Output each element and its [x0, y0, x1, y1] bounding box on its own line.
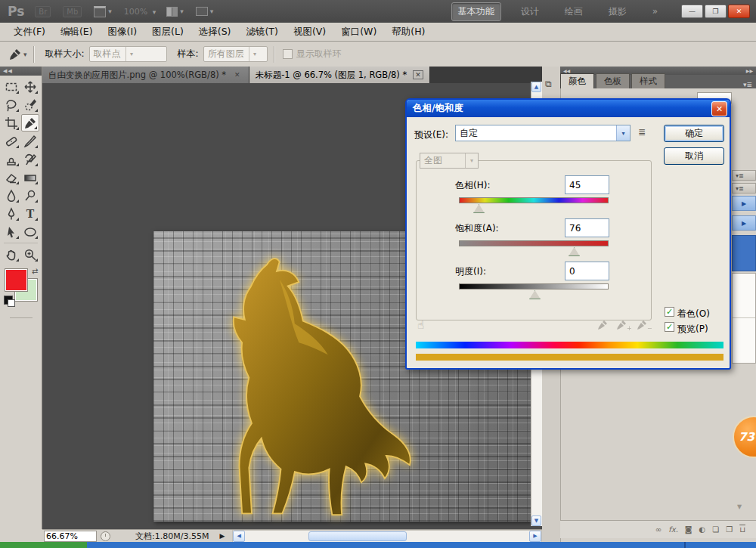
delete-layer-icon[interactable]: ⊔: [739, 526, 745, 534]
minimize-button[interactable]: —: [681, 5, 703, 18]
scroll-right-icon[interactable]: ▶: [529, 531, 541, 542]
saturation-slider[interactable]: [459, 240, 609, 246]
zoom-level-box[interactable]: 100% ▾: [124, 7, 156, 17]
brush-tool-icon[interactable]: [21, 132, 39, 150]
bridge-icon[interactable]: Br: [35, 6, 51, 17]
preview-checkbox[interactable]: ✓: [665, 322, 674, 332]
panel-expand-button[interactable]: ▶: [732, 215, 756, 231]
colorize-checkbox[interactable]: ✓: [665, 307, 674, 317]
swap-colors-icon[interactable]: ⇄: [32, 267, 38, 275]
history-brush-tool-icon[interactable]: [21, 150, 39, 168]
dialog-title-bar[interactable]: 色相/饱和度 ✕: [407, 100, 730, 117]
pen-tool-icon[interactable]: [2, 205, 20, 222]
menu-image[interactable]: 图像(I): [101, 23, 144, 41]
channel-select[interactable]: 全图 ▾: [420, 153, 479, 169]
tab-swatches[interactable]: 色板: [596, 73, 630, 88]
document-tab-1[interactable]: 自由变换的应用图片.png @ 100%(RGB/8) * ✕: [42, 67, 249, 83]
zoom-tool-icon[interactable]: [21, 246, 39, 263]
scroll-up-icon[interactable]: ▲: [531, 82, 541, 92]
panel-expand-button[interactable]: ▶: [732, 196, 756, 211]
quick-selection-tool-icon[interactable]: [21, 96, 39, 113]
menu-filter[interactable]: 滤镜(T): [238, 23, 285, 41]
ok-button[interactable]: 确定: [664, 125, 724, 142]
workspace-painting-button[interactable]: 绘画: [559, 3, 589, 20]
hand-tool-icon[interactable]: [2, 246, 20, 263]
status-expand-icon[interactable]: ▶: [219, 532, 225, 540]
dialog-close-button[interactable]: ✕: [711, 101, 727, 116]
menu-layer[interactable]: 图层(L): [144, 23, 191, 41]
on-image-adjust-icon[interactable]: ☝: [417, 318, 424, 332]
screen-mode-icon[interactable]: ▾: [196, 7, 214, 16]
link-layers-icon[interactable]: ∞: [655, 526, 662, 534]
layer-style-fx-icon[interactable]: fx.: [668, 526, 678, 534]
workspace-photography-button[interactable]: 摄影: [603, 3, 633, 20]
view-extras-icon[interactable]: ▾: [94, 6, 112, 17]
eyedropper-sample-icon[interactable]: [597, 320, 608, 333]
preset-options-icon[interactable]: ≣: [638, 127, 646, 138]
saturation-input[interactable]: [565, 218, 609, 237]
scroll-down-icon[interactable]: ▼: [531, 515, 541, 526]
marquee-tool-icon[interactable]: [2, 78, 20, 95]
gradient-tool-icon[interactable]: [21, 169, 39, 186]
shape-tool-icon[interactable]: [21, 223, 39, 240]
panel-list-area[interactable]: [732, 273, 756, 364]
restore-button[interactable]: ❐: [705, 5, 727, 18]
menu-file[interactable]: 文件(F): [6, 23, 53, 41]
tab-close-icon[interactable]: ✕: [232, 70, 243, 79]
menu-window[interactable]: 窗口(W): [333, 23, 384, 41]
hue-slider[interactable]: [459, 197, 609, 203]
lightness-input[interactable]: [565, 262, 609, 280]
menu-view[interactable]: 视图(V): [286, 23, 333, 41]
eyedropper-subtract-icon[interactable]: −: [637, 320, 652, 333]
adjustment-layer-icon[interactable]: ◐: [699, 526, 706, 534]
dock-collapse-right-icon[interactable]: ▶▶: [746, 68, 753, 73]
hue-input[interactable]: [565, 175, 609, 194]
scroll-left-icon[interactable]: ◀: [233, 531, 245, 542]
panel-menu-bar[interactable]: ▾≣: [732, 183, 756, 194]
zoom-percent-input[interactable]: [44, 531, 97, 542]
sample-size-select[interactable]: 取样点 ▾: [89, 46, 167, 62]
default-colors-icon[interactable]: [4, 296, 13, 305]
workspace-design-button[interactable]: 设计: [515, 3, 545, 20]
menu-select[interactable]: 选择(S): [191, 23, 239, 41]
close-button[interactable]: ✕: [728, 5, 750, 18]
eraser-tool-icon[interactable]: [2, 169, 20, 186]
preset-select[interactable]: 自定 ▾: [455, 125, 631, 141]
menu-edit[interactable]: 编辑(E): [53, 23, 101, 41]
collapsed-panel-icon[interactable]: ⧉: [545, 79, 552, 89]
workspace-essentials-button[interactable]: 基本功能: [451, 2, 501, 21]
eyedropper-tool-icon[interactable]: [21, 114, 39, 132]
dodge-tool-icon[interactable]: [21, 187, 39, 204]
tab-close-icon[interactable]: ✕: [413, 70, 423, 79]
healing-brush-tool-icon[interactable]: [2, 132, 20, 150]
tools-panel-collapse[interactable]: ◀◀: [0, 67, 42, 76]
new-layer-icon[interactable]: ❐: [726, 526, 733, 534]
panel-menu-bar[interactable]: ▾≣: [732, 170, 756, 181]
move-tool-icon[interactable]: [21, 78, 39, 95]
path-selection-tool-icon[interactable]: [2, 223, 20, 240]
layer-mask-icon[interactable]: ◙: [685, 526, 692, 534]
type-tool-icon[interactable]: T: [21, 205, 39, 222]
tab-color[interactable]: 颜色: [560, 73, 594, 88]
current-tool-eyedropper-icon[interactable]: ▾: [9, 48, 27, 60]
tab-styles[interactable]: 样式: [631, 73, 665, 88]
crop-tool-icon[interactable]: [2, 114, 20, 132]
sample-select[interactable]: 所有图层 ▾: [203, 46, 268, 62]
eyedropper-add-icon[interactable]: +: [616, 320, 632, 333]
workspace-overflow-button[interactable]: »: [646, 4, 664, 19]
mini-bridge-icon[interactable]: Mb: [63, 6, 82, 17]
horizontal-scrollbar-thumb[interactable]: [308, 531, 407, 541]
document-tab-2[interactable]: 未标题-1 @ 66.7% (图层 1, RGB/8) * ✕: [249, 67, 430, 83]
blur-tool-icon[interactable]: [2, 187, 20, 204]
selected-item-block[interactable]: [732, 235, 756, 271]
arrange-documents-icon[interactable]: ▾: [166, 7, 184, 17]
scroll-down-icon[interactable]: ▼: [737, 503, 742, 510]
cancel-button[interactable]: 取消: [664, 147, 724, 165]
lightness-slider[interactable]: [459, 283, 609, 289]
foreground-color-swatch[interactable]: [5, 269, 27, 291]
lasso-tool-icon[interactable]: [2, 96, 20, 113]
menu-help[interactable]: 帮助(H): [384, 23, 432, 41]
clone-stamp-tool-icon[interactable]: [2, 150, 20, 168]
layer-group-icon[interactable]: ❏: [712, 526, 719, 534]
dock-collapse-left-icon[interactable]: ◀◀: [563, 68, 570, 73]
